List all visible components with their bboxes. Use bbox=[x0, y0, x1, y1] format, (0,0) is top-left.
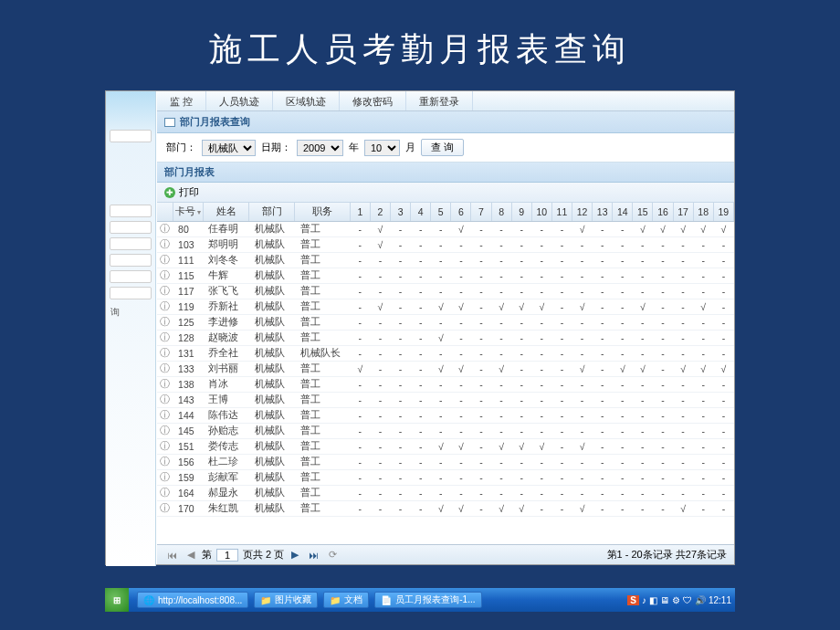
print-icon[interactable]: ✚ bbox=[164, 187, 175, 198]
col-header[interactable]: 14 bbox=[613, 203, 633, 222]
row-action-icon[interactable]: ⓘ bbox=[160, 425, 170, 436]
col-header[interactable]: 18 bbox=[693, 203, 713, 222]
col-header[interactable]: 13 bbox=[593, 203, 613, 222]
pager-last-icon[interactable]: ⏭ bbox=[306, 550, 321, 561]
table-row[interactable]: ⓘ170朱红凯机械队普工----√√-√√--√----√-- bbox=[157, 501, 734, 517]
pager-refresh-icon[interactable]: ⟳ bbox=[326, 549, 340, 561]
col-header[interactable]: 6 bbox=[451, 203, 471, 222]
col-header[interactable]: 4 bbox=[411, 203, 431, 222]
pager-first-icon[interactable]: ⏮ bbox=[164, 550, 180, 561]
top-tab[interactable]: 人员轨迹 bbox=[206, 91, 273, 110]
col-header[interactable]: 2 bbox=[370, 203, 390, 222]
sidebar-query-text[interactable]: 询 bbox=[106, 303, 155, 321]
table-row[interactable]: ⓘ80任春明机械队普工-√---√-----√--√√√√√ bbox=[157, 222, 734, 237]
col-header[interactable]: 1 bbox=[350, 203, 370, 222]
table-row[interactable]: ⓘ144陈伟达机械队普工------------------- bbox=[157, 408, 734, 424]
sidebar-item[interactable] bbox=[110, 270, 152, 283]
dept-select[interactable]: 机械队 bbox=[202, 140, 256, 156]
table-row[interactable]: ⓘ138肖冰机械队普工------------------- bbox=[157, 377, 734, 393]
tray-sogou-icon[interactable]: S bbox=[627, 595, 639, 605]
tray-icon[interactable]: ◧ bbox=[649, 595, 657, 605]
table-row[interactable]: ⓘ143王博机械队普工------------------- bbox=[157, 393, 734, 408]
print-label[interactable]: 打印 bbox=[179, 185, 199, 199]
col-header[interactable]: 16 bbox=[653, 203, 673, 222]
row-action-icon[interactable]: ⓘ bbox=[160, 300, 170, 311]
row-action-icon[interactable]: ⓘ bbox=[160, 440, 170, 451]
table-row[interactable]: ⓘ159彭献军机械队普工------------------- bbox=[157, 470, 734, 486]
row-action-icon[interactable]: ⓘ bbox=[160, 362, 170, 373]
table-row[interactable]: ⓘ111刘冬冬机械队普工------------------- bbox=[157, 253, 734, 268]
tray-icon[interactable]: 🔊 bbox=[695, 595, 706, 605]
row-action-icon[interactable]: ⓘ bbox=[160, 456, 170, 467]
table-row[interactable]: ⓘ117张飞飞机械队普工------------------- bbox=[157, 284, 734, 299]
col-header[interactable] bbox=[157, 203, 173, 222]
sidebar-item[interactable] bbox=[110, 254, 152, 267]
query-button[interactable]: 查 询 bbox=[421, 139, 464, 156]
tray-icon[interactable]: ♪ bbox=[642, 595, 646, 605]
tray-icon[interactable]: 🛡 bbox=[683, 595, 692, 605]
sidebar-blank[interactable] bbox=[110, 130, 152, 142]
col-header[interactable]: 10 bbox=[531, 203, 551, 222]
table-row[interactable]: ⓘ128赵晓波机械队普工----√-------------- bbox=[157, 331, 734, 346]
taskbar-item[interactable]: 📄员工月报表查询-1... bbox=[374, 592, 481, 608]
row-action-icon[interactable]: ⓘ bbox=[160, 285, 170, 296]
row-action-icon[interactable]: ⓘ bbox=[160, 254, 170, 265]
row-action-icon[interactable]: ⓘ bbox=[160, 487, 170, 498]
start-button[interactable]: ⊞ bbox=[105, 588, 129, 612]
row-action-icon[interactable]: ⓘ bbox=[160, 238, 170, 249]
sidebar-item[interactable] bbox=[110, 221, 152, 234]
table-row[interactable]: ⓘ125李进修机械队普工------------------- bbox=[157, 315, 734, 331]
taskbar-item[interactable]: 📁图片收藏 bbox=[254, 592, 318, 608]
table-row[interactable]: ⓘ133刘书丽机械队普工√---√√-√---√-√√-√√√ bbox=[157, 362, 734, 377]
row-action-icon[interactable]: ⓘ bbox=[160, 331, 170, 342]
row-action-icon[interactable]: ⓘ bbox=[160, 347, 170, 358]
month-select[interactable]: 10 bbox=[364, 140, 400, 156]
col-header[interactable]: 3 bbox=[391, 203, 411, 222]
col-header[interactable]: 11 bbox=[551, 203, 572, 222]
col-header[interactable]: 姓名 bbox=[203, 203, 248, 222]
row-action-icon[interactable]: ⓘ bbox=[160, 378, 170, 389]
table-row[interactable]: ⓘ103郑明明机械队普工-√----------------- bbox=[157, 237, 734, 253]
table-row[interactable]: ⓘ119乔新社机械队普工-√--√√-√√√-√--√--√- bbox=[157, 299, 734, 315]
col-header[interactable]: 5 bbox=[431, 203, 451, 222]
tray-icon[interactable]: 🖥 bbox=[660, 595, 669, 605]
col-header[interactable]: 职务 bbox=[295, 203, 350, 222]
tray-icon[interactable]: ⚙ bbox=[672, 595, 680, 605]
pager-next-icon[interactable]: ▶ bbox=[289, 549, 301, 561]
table-row[interactable]: ⓘ115牛辉机械队普工------------------- bbox=[157, 268, 734, 284]
table-row[interactable]: ⓘ131乔全社机械队机械队长------------------- bbox=[157, 346, 734, 362]
taskbar-item[interactable]: 🌐http://localhost:808... bbox=[137, 592, 248, 608]
sidebar-item[interactable] bbox=[110, 287, 152, 299]
col-header[interactable]: 8 bbox=[491, 203, 511, 222]
table-row[interactable]: ⓘ164郝显永机械队普工------------------- bbox=[157, 486, 734, 501]
row-action-icon[interactable]: ⓘ bbox=[160, 409, 170, 420]
top-tab[interactable]: 修改密码 bbox=[340, 91, 406, 110]
sidebar-item[interactable] bbox=[110, 205, 152, 217]
row-action-icon[interactable]: ⓘ bbox=[160, 394, 170, 404]
col-header[interactable]: 卡号 bbox=[173, 203, 203, 222]
table-row[interactable]: ⓘ145孙贻志机械队普工------------------- bbox=[157, 424, 734, 439]
row-action-icon[interactable]: ⓘ bbox=[160, 471, 170, 482]
grid-wrap[interactable]: 卡号姓名部门职务12345678910111213141516171819 ⓘ8… bbox=[157, 203, 734, 544]
row-action-icon[interactable]: ⓘ bbox=[160, 269, 170, 280]
col-header[interactable]: 19 bbox=[713, 203, 733, 222]
row-action-icon[interactable]: ⓘ bbox=[160, 316, 170, 327]
top-tab[interactable]: 监 控 bbox=[157, 91, 206, 110]
pager-prev-icon[interactable]: ◀ bbox=[184, 549, 197, 561]
table-row[interactable]: ⓘ151娄传志机械队普工----√√-√√√-√------- bbox=[157, 439, 734, 455]
col-header[interactable]: 7 bbox=[471, 203, 491, 222]
top-tab[interactable]: 重新登录 bbox=[406, 91, 473, 110]
col-header[interactable]: 部门 bbox=[249, 203, 295, 222]
row-action-icon[interactable]: ⓘ bbox=[160, 502, 170, 513]
col-header[interactable]: 17 bbox=[673, 203, 693, 222]
clock[interactable]: 12:11 bbox=[709, 595, 731, 605]
sidebar-item[interactable] bbox=[110, 237, 152, 250]
top-tab[interactable]: 区域轨迹 bbox=[273, 91, 340, 110]
pager-page-input[interactable] bbox=[216, 549, 238, 562]
col-header[interactable]: 9 bbox=[511, 203, 531, 222]
col-header[interactable]: 12 bbox=[572, 203, 592, 222]
year-select[interactable]: 2009 bbox=[297, 140, 343, 156]
taskbar-item[interactable]: 📁文档 bbox=[323, 592, 369, 608]
table-row[interactable]: ⓘ156杜二珍机械队普工------------------- bbox=[157, 455, 734, 470]
row-action-icon[interactable]: ⓘ bbox=[160, 223, 170, 234]
